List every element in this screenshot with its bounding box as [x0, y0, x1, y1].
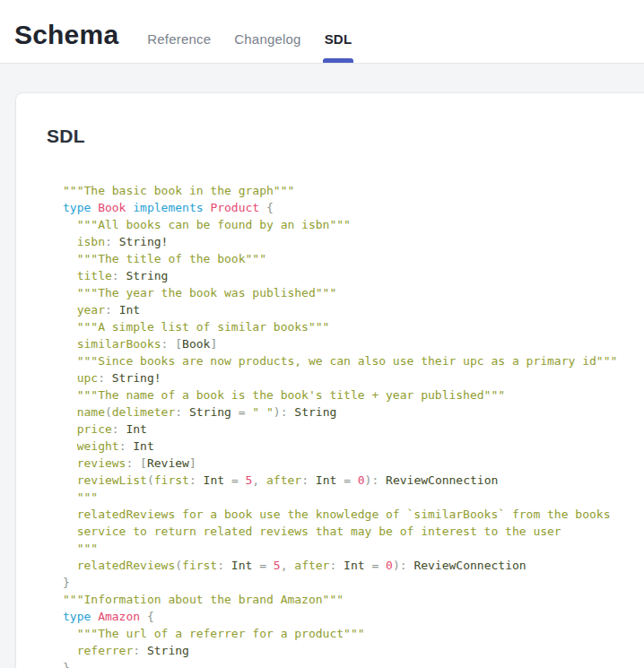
code-line: """The title of the book""" [63, 250, 644, 267]
code-line: type Amazon { [63, 608, 644, 625]
code-line: """ [63, 540, 644, 557]
code-line: """Information about the brand Amazon""" [63, 591, 644, 608]
tab-changelog[interactable]: Changelog [234, 31, 300, 48]
tab-reference[interactable]: Reference [147, 31, 211, 48]
code-line: """All books can be found by an isbn""" [63, 216, 644, 233]
code-line: referrer: String [63, 642, 644, 659]
code-line: """The url of a referrer for a product""… [63, 625, 644, 642]
code-line: relatedReviews for a book use the knowle… [63, 506, 644, 523]
code-line: price: Int [63, 421, 644, 438]
code-line: """The year the book was published""" [63, 284, 644, 301]
tab-sdl-label: SDL [325, 31, 352, 47]
code-line: } [63, 659, 644, 668]
code-line: title: String [63, 267, 644, 284]
code-line: similarBooks: [Book] [63, 335, 644, 352]
code-line: service to return related reviews that m… [63, 523, 644, 540]
code-line: """Since books are now products, we can … [63, 352, 644, 369]
code-line: upc: String! [63, 369, 644, 386]
active-tab-indicator [323, 58, 354, 63]
tab-sdl[interactable]: SDL [325, 31, 352, 48]
code-line: """The basic book in the graph""" [63, 182, 644, 199]
code-line: year: Int [63, 301, 644, 318]
code-line: """A simple list of similar books""" [63, 318, 644, 335]
code-line: weight: Int [63, 438, 644, 455]
tab-bar: Reference Changelog SDL [147, 31, 352, 48]
code-line: name(delimeter: String = " "): String [63, 403, 644, 421]
code-line: reviews: [Review] [63, 455, 644, 472]
schema-page-header: Schema Reference Changelog SDL [0, 0, 644, 64]
code-line: """The name of a book is the book's titl… [63, 386, 644, 403]
code-line: isbn: String! [63, 233, 644, 250]
content-area: SDL """The basic book in the graph"""typ… [0, 64, 644, 668]
code-line: reviewList(first: Int = 5, after: Int = … [63, 472, 644, 489]
sdl-card-heading: SDL [47, 126, 644, 147]
sdl-code: """The basic book in the graph"""type Bo… [47, 182, 644, 668]
page-title: Schema [14, 20, 118, 50]
code-line: relatedReviews(first: Int = 5, after: In… [63, 557, 644, 574]
code-line: """ [63, 489, 644, 506]
sdl-card: SDL """The basic book in the graph"""typ… [16, 93, 644, 668]
code-line: } [63, 574, 644, 591]
code-line: type Book implements Product { [63, 199, 644, 216]
